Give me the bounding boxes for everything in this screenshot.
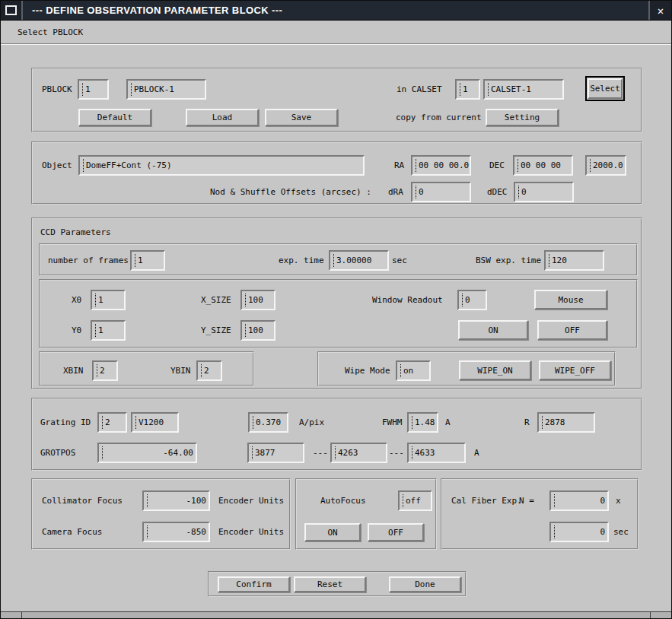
ccd-parameters-group: CCD Parameters number of frames 1 exp. t… bbox=[31, 217, 642, 389]
dialog-window: --- DEFINE OBSERVATION PARAMETER BLOCK -… bbox=[0, 0, 672, 619]
cal-fiber-sec-label: sec bbox=[613, 527, 629, 537]
menu-select-pblock[interactable]: Select PBLOCK bbox=[14, 26, 86, 39]
done-button[interactable]: Done bbox=[389, 576, 461, 592]
pblock-id-field[interactable]: 1 bbox=[78, 79, 109, 100]
dra-label: dRA bbox=[388, 187, 403, 197]
mouse-button[interactable]: Mouse bbox=[534, 290, 607, 310]
y-size-field[interactable]: 100 bbox=[240, 320, 275, 341]
exp-time-label: exp. time bbox=[279, 256, 324, 265]
window-title: --- DEFINE OBSERVATION PARAMETER BLOCK -… bbox=[32, 1, 282, 20]
pblock-name-field[interactable]: PBLOCK-1 bbox=[126, 79, 206, 100]
wipe-mode-box: Wipe Mode on WIPE_ON WIPE_OFF bbox=[317, 351, 616, 386]
x0-label: X0 bbox=[72, 295, 81, 305]
window-on-button[interactable]: ON bbox=[458, 320, 528, 340]
dispersion-field[interactable]: 0.370 bbox=[248, 412, 288, 433]
cal-fiber-n-field[interactable]: 0 bbox=[549, 490, 609, 511]
confirm-button[interactable]: Confirm bbox=[218, 576, 290, 592]
x-size-field[interactable]: 100 bbox=[240, 290, 275, 310]
x0-field[interactable]: 1 bbox=[91, 290, 126, 310]
collimator-units-label: Encoder Units bbox=[218, 496, 284, 506]
ra-label: RA bbox=[394, 160, 404, 170]
exp-time-field[interactable]: 3.00000 bbox=[329, 250, 389, 271]
titlebar[interactable]: --- DEFINE OBSERVATION PARAMETER BLOCK -… bbox=[1, 1, 671, 21]
camera-focus-label: Camera Focus bbox=[42, 527, 102, 537]
collimator-focus-label: Collimator Focus bbox=[42, 496, 123, 506]
select-button-ring: Select bbox=[585, 76, 625, 101]
object-group: Object DomeFF+Cont (-75) RA 00 00 00.0 D… bbox=[31, 141, 642, 205]
cal-fiber-box: Cal Fiber Exp. N = 0 x 0 sec bbox=[441, 478, 639, 550]
window-readout-box: X0 1 X_SIZE 100 Window Readout 0 Mouse Y… bbox=[39, 279, 638, 348]
dec-field[interactable]: 00 00 00 bbox=[513, 155, 573, 176]
setting-button[interactable]: Setting bbox=[486, 109, 559, 126]
autofocus-on-button[interactable]: ON bbox=[304, 523, 361, 541]
ddec-label: dDEC bbox=[487, 187, 508, 197]
fwhm-unit-label: A bbox=[445, 417, 451, 427]
r-label: R bbox=[524, 417, 530, 427]
wipe-on-button[interactable]: WIPE_ON bbox=[459, 360, 531, 380]
autofocus-field[interactable]: off bbox=[398, 490, 432, 511]
frames-field[interactable]: 1 bbox=[130, 250, 165, 271]
equinox-field[interactable]: 2000.0 bbox=[585, 155, 626, 176]
lambda-end-field[interactable]: 4633 bbox=[407, 443, 466, 463]
pblock-group: PBLOCK 1 PBLOCK-1 in CALSET 1 CALSET-1 S… bbox=[31, 68, 642, 132]
object-label: Object bbox=[42, 160, 72, 170]
close-icon: ✕ bbox=[658, 5, 664, 17]
lambda-start-field[interactable]: 3877 bbox=[247, 443, 304, 463]
y0-label: Y0 bbox=[72, 325, 81, 335]
wipe-mode-field[interactable]: on bbox=[396, 360, 431, 381]
apix-label: A/pix bbox=[299, 417, 324, 427]
dec-label: DEC bbox=[489, 160, 505, 170]
save-button[interactable]: Save bbox=[265, 109, 338, 126]
fwhm-field[interactable]: 1.48 bbox=[407, 412, 438, 433]
close-button[interactable]: ✕ bbox=[648, 1, 671, 20]
grotpos-label: GROTPOS bbox=[40, 448, 75, 458]
cal-fiber-exp-field[interactable]: 0 bbox=[549, 522, 609, 542]
y-size-label: Y_SIZE bbox=[201, 325, 231, 335]
reset-button[interactable]: Reset bbox=[294, 576, 366, 592]
frames-label: number of frames bbox=[48, 256, 129, 265]
actions-box: Confirm Reset Done bbox=[208, 571, 467, 597]
pblock-label: PBLOCK bbox=[42, 84, 72, 94]
grating-group: Grating ID 2 V1200 0.370 A/pix FWHM 1.48… bbox=[31, 398, 642, 471]
select-button[interactable]: Select bbox=[588, 78, 623, 99]
dra-field[interactable]: 0 bbox=[411, 182, 471, 202]
resize-handle-right[interactable] bbox=[650, 612, 671, 618]
cal-fiber-label: Cal Fiber Exp. bbox=[451, 496, 522, 506]
object-field[interactable]: DomeFF+Cont (-75) bbox=[78, 155, 365, 176]
exp-time-sec-label: sec bbox=[392, 256, 407, 265]
calset-id-field[interactable]: 1 bbox=[455, 79, 480, 100]
ddec-field[interactable]: 0 bbox=[514, 182, 574, 202]
lambda-center-field[interactable]: 4263 bbox=[330, 443, 387, 463]
window-menu-icon bbox=[5, 5, 17, 15]
window-off-button[interactable]: OFF bbox=[537, 320, 607, 340]
grotpos-field[interactable]: -64.00 bbox=[97, 443, 197, 463]
default-button[interactable]: Default bbox=[78, 109, 151, 126]
ra-field[interactable]: 00 00 00.0 bbox=[411, 155, 471, 176]
y0-field[interactable]: 1 bbox=[91, 320, 126, 341]
calset-name-field[interactable]: CALSET-1 bbox=[483, 79, 564, 100]
lambda-dash-2: --- bbox=[389, 448, 404, 458]
camera-focus-field[interactable]: -850 bbox=[142, 522, 210, 542]
cal-fiber-n-label: N = bbox=[519, 496, 534, 506]
grating-id-field[interactable]: 2 bbox=[97, 412, 127, 433]
xbin-label: XBIN bbox=[63, 366, 84, 376]
ybin-field[interactable]: 2 bbox=[196, 360, 222, 381]
ccd-exposure-box: number of frames 1 exp. time 3.00000 sec… bbox=[39, 243, 638, 276]
load-button[interactable]: Load bbox=[186, 109, 259, 126]
window-menu-button[interactable] bbox=[1, 1, 23, 20]
autofocus-box: AutoFocus off ON OFF bbox=[295, 478, 437, 550]
r-field[interactable]: 2878 bbox=[537, 412, 595, 433]
window-readout-field[interactable]: 0 bbox=[457, 290, 487, 310]
collimator-focus-field[interactable]: -100 bbox=[142, 490, 210, 511]
window-resize-bar[interactable] bbox=[1, 611, 671, 618]
wipe-mode-label: Wipe Mode bbox=[345, 366, 390, 376]
wipe-off-button[interactable]: WIPE_OFF bbox=[539, 360, 611, 380]
x-size-label: X_SIZE bbox=[201, 295, 231, 305]
autofocus-off-button[interactable]: OFF bbox=[368, 523, 424, 541]
bsw-exp-time-field[interactable]: 120 bbox=[544, 250, 604, 271]
copy-from-current-label: copy from current bbox=[396, 113, 482, 122]
xbin-field[interactable]: 2 bbox=[92, 360, 118, 381]
resize-handle-left[interactable] bbox=[1, 612, 22, 618]
fwhm-label: FWHM bbox=[382, 417, 403, 427]
grating-name-field[interactable]: V1200 bbox=[131, 412, 179, 433]
